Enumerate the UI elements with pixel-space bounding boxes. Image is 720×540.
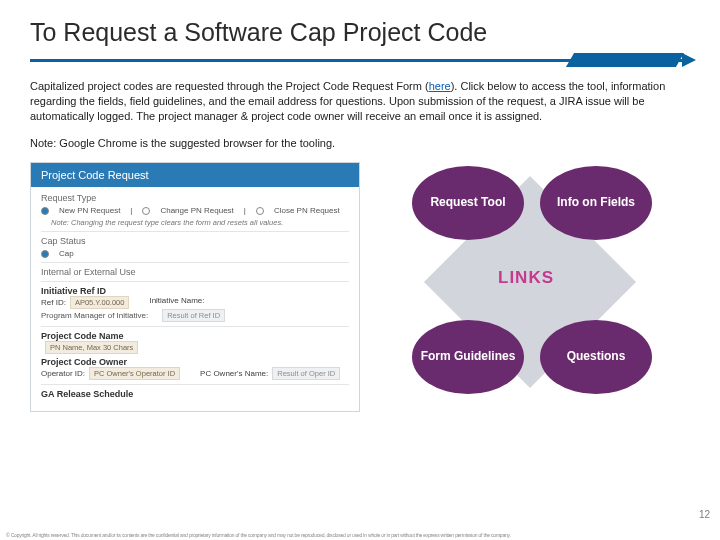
radio-icon bbox=[41, 207, 49, 215]
own-name-field: Result of Oper ID bbox=[272, 367, 340, 380]
pc-name-field: PN Name, Max 30 Chars bbox=[45, 341, 138, 354]
internal-external-label: Internal or External Use bbox=[41, 267, 349, 277]
radio-icon bbox=[41, 250, 49, 258]
request-type-options: New PN Request| Change PN Request| Close… bbox=[41, 206, 349, 215]
pm-lbl: Program Manager of Initiative: bbox=[41, 311, 148, 320]
pm-field: Result of Ref ID bbox=[162, 309, 225, 322]
radio-icon bbox=[256, 207, 264, 215]
links-cluster: Request Tool Info on Fields Form Guideli… bbox=[390, 152, 670, 412]
ref-id-lbl: Ref ID: bbox=[41, 298, 66, 307]
info-on-fields-link[interactable]: Info on Fields bbox=[540, 166, 652, 240]
cap-status-label: Cap Status bbox=[41, 236, 349, 246]
page-number: 12 bbox=[699, 509, 710, 520]
cap-status-options: Cap bbox=[41, 249, 349, 258]
request-type-label: Request Type bbox=[41, 193, 349, 203]
pc-name-label: Project Code Name bbox=[41, 331, 349, 341]
request-tool-link[interactable]: Request Tool bbox=[412, 166, 524, 240]
rt-new: New PN Request bbox=[59, 206, 120, 215]
init-name-lbl: Initiative Name: bbox=[149, 296, 204, 305]
here-link[interactable]: here bbox=[429, 80, 451, 92]
cap-opt: Cap bbox=[59, 249, 74, 258]
form-title: Project Code Request bbox=[31, 163, 359, 187]
op-id-field: PC Owner's Operator ID bbox=[89, 367, 180, 380]
title-divider bbox=[30, 55, 690, 65]
request-type-note: Note: Changing the request type clears t… bbox=[41, 218, 349, 227]
rt-change: Change PN Request bbox=[160, 206, 233, 215]
questions-link[interactable]: Questions bbox=[540, 320, 652, 394]
own-name-lbl: PC Owner's Name: bbox=[200, 369, 268, 378]
pc-owner-label: Project Code Owner bbox=[41, 357, 349, 367]
browser-note: Note: Google Chrome is the suggested bro… bbox=[30, 136, 690, 151]
ga-release-label: GA Release Schedule bbox=[41, 389, 349, 399]
ref-id-field: AP05.Y.00.000 bbox=[70, 296, 130, 309]
form-guidelines-link[interactable]: Form Guidelines bbox=[412, 320, 524, 394]
form-screenshot: Project Code Request Request Type New PN… bbox=[30, 162, 360, 412]
rt-close: Close PN Request bbox=[274, 206, 340, 215]
initiative-ref-label: Initiative Ref ID bbox=[41, 286, 349, 296]
copyright-fineprint: © Copyright. All rights reserved. This d… bbox=[0, 532, 720, 538]
intro-paragraph: Capitalized project codes are requested … bbox=[30, 79, 690, 124]
op-id-lbl: Operator ID: bbox=[41, 369, 85, 378]
page-title: To Request a Software Cap Project Code bbox=[0, 0, 720, 55]
radio-icon bbox=[142, 207, 150, 215]
links-center-label: LINKS bbox=[498, 268, 554, 288]
intro-text-1: Capitalized project codes are requested … bbox=[30, 80, 429, 92]
